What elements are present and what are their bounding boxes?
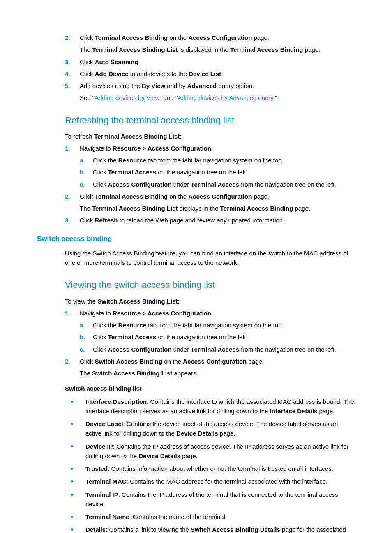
step-marker: 4. xyxy=(65,69,80,79)
viewing-step-2-continuation: The Switch Access Binding List appears. xyxy=(37,368,355,378)
viewing-intro: To view the Switch Access Binding List: xyxy=(65,297,355,306)
heading-refreshing: Refreshing the terminal access binding l… xyxy=(65,114,355,127)
bullet-content: Details: Contains a link to viewing the … xyxy=(85,525,355,533)
refreshing-step-3: 3. Click Refresh to reload the Web page … xyxy=(37,216,355,225)
step-content: Click Refresh to reload the Web page and… xyxy=(80,216,355,225)
substep-content: Click the Resource tab from the tabular … xyxy=(93,155,355,165)
step-marker: 2. xyxy=(65,357,80,366)
step-content: Click Add Device to add devices to the D… xyxy=(80,69,355,79)
bullet-content: Device IP: Contains the IP address of ac… xyxy=(85,442,355,461)
refreshing-step-1: 1. Navigate to Resource > Access Configu… xyxy=(37,144,355,153)
substep-marker: b. xyxy=(80,167,93,177)
heading-viewing: Viewing the switch access binding list xyxy=(65,278,355,292)
step-marker: 2. xyxy=(65,33,80,42)
substep-marker: b. xyxy=(80,332,93,342)
bullet-icon: ● xyxy=(71,442,85,461)
bullet-icon: ● xyxy=(71,419,85,438)
step-marker: 3. xyxy=(65,57,80,67)
heading-switch-access-binding: Switch access binding xyxy=(37,234,355,244)
refreshing-intro: To refresh Terminal Access Binding List: xyxy=(65,132,355,141)
bullet-icon: ● xyxy=(71,397,85,416)
bullet-icon: ● xyxy=(71,525,85,533)
switch-access-list-heading: Switch access binding list xyxy=(65,384,355,393)
step-content: Click Terminal Access Binding on the Acc… xyxy=(80,192,355,201)
viewing-step-1: 1. Navigate to Resource > Access Configu… xyxy=(37,308,355,318)
substep-content: Click Access Configuration under Termina… xyxy=(93,180,355,189)
step-marker: 1. xyxy=(65,144,80,153)
substep-marker: c. xyxy=(80,180,93,189)
viewing-step-2: 2. Click Switch Access Binding on the Ac… xyxy=(37,357,355,366)
viewing-step-1c: c. Click Access Configuration under Term… xyxy=(37,345,355,354)
step-content: Click Terminal Access Binding on the Acc… xyxy=(80,33,355,42)
viewing-step-1a: a. Click the Resource tab from the tabul… xyxy=(37,320,355,330)
step-content: Add devices using the By View and by Adv… xyxy=(80,81,355,90)
bullet-terminal-name: ● Terminal Name: Contains the name of th… xyxy=(37,512,355,521)
step-marker: 3. xyxy=(65,216,80,225)
refreshing-step-1a: a. Click the Resource tab from the tabul… xyxy=(37,155,355,165)
bullet-content: Terminal MAC: Contains the MAC address f… xyxy=(85,477,355,486)
bullet-interface-description: ● Interface Description: Contains the in… xyxy=(37,397,355,416)
bullet-terminal-ip: ● Terminal IP: Contains the IP address o… xyxy=(37,490,355,509)
bullet-terminal-mac: ● Terminal MAC: Contains the MAC address… xyxy=(37,477,355,486)
step-3: 3. Click Auto Scanning. xyxy=(37,57,355,67)
bullet-device-label: ● Device Label: Contains the device labe… xyxy=(37,419,355,438)
step-content: Click Auto Scanning. xyxy=(80,57,355,67)
step-5: 5. Add devices using the By View and by … xyxy=(37,81,355,90)
bullet-icon: ● xyxy=(71,477,85,486)
step-marker: 2. xyxy=(65,192,80,201)
bullet-content: Terminal Name: Contains the name of the … xyxy=(85,512,355,521)
refreshing-step-1b: b. Click Terminal Access on the navigati… xyxy=(37,167,355,177)
step-2: 2. Click Terminal Access Binding on the … xyxy=(37,33,355,42)
link-adding-by-advanced[interactable]: Adding devices by Advanced query xyxy=(178,94,273,101)
step-marker: 5. xyxy=(65,81,80,90)
bullet-details: ● Details: Contains a link to viewing th… xyxy=(37,525,355,533)
bullet-icon: ● xyxy=(71,490,85,509)
refreshing-step-2: 2. Click Terminal Access Binding on the … xyxy=(37,192,355,201)
step-content: Navigate to Resource > Access Configurat… xyxy=(80,144,355,153)
substep-marker: c. xyxy=(80,345,93,354)
bullet-trusted: ● Trusted: Contains information about wh… xyxy=(37,464,355,473)
step-4: 4. Click Add Device to add devices to th… xyxy=(37,69,355,79)
bullet-device-ip: ● Device IP: Contains the IP address of … xyxy=(37,442,355,461)
bullet-content: Trusted: Contains information about whet… xyxy=(85,464,355,473)
substep-marker: a. xyxy=(80,155,93,165)
step-marker: 1. xyxy=(65,308,80,318)
step-5-continuation: See "Adding devices by View" and "Adding… xyxy=(37,93,355,102)
step-content: Click Switch Access Binding on the Acces… xyxy=(80,357,355,366)
bullet-content: Device Label: Contains the device label … xyxy=(85,419,355,438)
link-adding-by-view[interactable]: Adding devices by View xyxy=(95,94,159,101)
viewing-step-1b: b. Click Terminal Access on the navigati… xyxy=(37,332,355,342)
bullet-content: Terminal IP: Contains the IP address of … xyxy=(85,490,355,509)
step-2-continuation: The Terminal Access Binding List is disp… xyxy=(37,45,355,54)
bullet-icon: ● xyxy=(71,512,85,521)
substep-content: Click the Resource tab from the tabular … xyxy=(93,320,355,330)
substep-content: Click Terminal Access on the navigation … xyxy=(93,332,355,342)
substep-content: Click Terminal Access on the navigation … xyxy=(93,167,355,177)
bullet-icon: ● xyxy=(71,464,85,473)
step-content: Navigate to Resource > Access Configurat… xyxy=(80,308,355,318)
refreshing-step-2-continuation: The Terminal Access Binding List display… xyxy=(37,204,355,213)
substep-marker: a. xyxy=(80,320,93,330)
refreshing-step-1c: c. Click Access Configuration under Term… xyxy=(37,180,355,189)
switch-access-para: Using the Switch Access Binding feature,… xyxy=(65,248,355,268)
substep-content: Click Access Configuration under Termina… xyxy=(93,345,355,354)
bullet-content: Interface Description: Contains the inte… xyxy=(85,397,355,416)
